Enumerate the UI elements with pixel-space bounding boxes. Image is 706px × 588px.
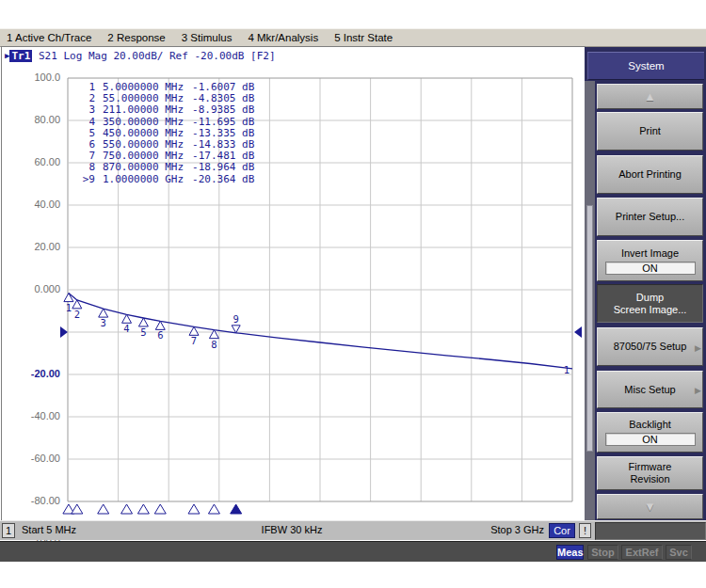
invert-image-toggle[interactable]: Invert Image ON xyxy=(597,240,703,281)
misc-setup-button[interactable]: Misc Setup ▶ xyxy=(597,371,703,408)
menu-stimulus[interactable]: 3 Stimulus xyxy=(182,32,233,43)
y-tick: 0.000 xyxy=(15,283,60,296)
svg-text:1: 1 xyxy=(66,302,72,313)
svg-text:1: 1 xyxy=(564,364,570,375)
softkey-panel: System ▲ Print Abort Printing Printer Se… xyxy=(585,47,706,520)
backlight-toggle[interactable]: Backlight ON xyxy=(597,412,703,453)
svg-text:8: 8 xyxy=(211,339,217,350)
correction-status-badge: Cor xyxy=(549,523,575,538)
scroll-down-button[interactable]: ▼ xyxy=(597,494,703,519)
measurement-screen: 1234567891 ▶Tr1 S21 Log Mag 20.00dB/ Ref… xyxy=(2,47,585,520)
svg-text:9: 9 xyxy=(233,313,239,325)
svc-status-badge: Svc xyxy=(666,545,692,560)
svg-text:4: 4 xyxy=(123,323,129,334)
stop-status-badge: Stop xyxy=(587,545,618,560)
printer-setup-button[interactable]: Printer Setup... xyxy=(597,198,703,236)
down-arrow-icon: ▼ xyxy=(644,501,656,513)
up-arrow-icon: ▲ xyxy=(644,90,656,103)
svg-text:7: 7 xyxy=(191,335,197,346)
marker-row: 4350.00000 MHz-11.695 dB xyxy=(79,117,254,128)
extref-status-badge: ExtRef xyxy=(621,545,663,560)
dump-screen-image-button[interactable]: Dump Screen Image... xyxy=(597,284,703,323)
marker-table: 15.0000000 MHz-1.6007 dB 255.000000 MHz-… xyxy=(79,82,254,185)
abort-printing-button[interactable]: Abort Printing xyxy=(597,155,703,194)
trace-name-badge: Tr1 xyxy=(9,50,32,62)
trace-status-line[interactable]: ▶Tr1 S21 Log Mag 20.00dB/ Ref -20.00dB [… xyxy=(5,50,276,62)
svg-text:3: 3 xyxy=(101,317,106,328)
channel-status-bar: 1 Start 5 MHz IFBW 30 kHz Stop 3 GHz Cor… xyxy=(0,520,706,540)
menu-mkr-analysis[interactable]: 4 Mkr/Analysis xyxy=(248,32,318,43)
trace-format-text: S21 Log Mag 20.00dB/ Ref -20.00dB [F2] xyxy=(32,50,275,62)
submenu-arrow-icon: ▶ xyxy=(695,385,701,397)
marker-row: 8870.00000 MHz-18.964 dB xyxy=(79,162,254,173)
menu-response[interactable]: 2 Response xyxy=(107,32,165,43)
menu-bar: 1 Active Ch/Trace 2 Response 3 Stimulus … xyxy=(0,28,706,47)
invert-image-state: ON xyxy=(605,262,696,275)
alert-badge: ! xyxy=(579,523,591,538)
print-button[interactable]: Print xyxy=(597,112,703,151)
menu-active-ch-trace[interactable]: 1 Active Ch/Trace xyxy=(7,32,91,43)
y-tick: 80.00 xyxy=(15,114,60,127)
marker-row: 3211.00000 MHz-8.9385 dB xyxy=(79,104,254,116)
y-tick: 20.00 xyxy=(15,241,60,254)
softkey-menu-title: System xyxy=(587,52,704,80)
y-tick: -40.00 xyxy=(15,410,60,423)
meas-status-badge: Meas xyxy=(556,545,584,560)
instrument-status-bar: Meas Stop ExtRef Svc xyxy=(0,541,706,562)
menu-instr-state[interactable]: 5 Instr State xyxy=(334,32,393,43)
ifbw-label[interactable]: IFBW 30 kHz xyxy=(217,524,367,535)
svg-text:2: 2 xyxy=(74,309,80,320)
y-tick: -80.00 xyxy=(15,495,60,508)
y-tick: -60.00 xyxy=(15,453,60,466)
svg-text:6: 6 xyxy=(157,329,163,341)
y-tick: 40.00 xyxy=(15,199,60,212)
marker-row-active: >91.0000000 GHz-20.364 dB xyxy=(79,174,254,185)
y-tick-reference-level[interactable]: -20.00 xyxy=(15,368,60,381)
stop-frequency-label[interactable]: Stop 3 GHz xyxy=(469,524,544,535)
svg-text:5: 5 xyxy=(140,326,146,338)
backlight-state: ON xyxy=(605,433,696,446)
channel-number-badge: 1 xyxy=(2,523,15,538)
y-tick: 60.00 xyxy=(15,156,60,169)
start-frequency-label[interactable]: Start 5 MHz xyxy=(22,524,76,535)
setup-87050-75-button[interactable]: 87050/75 Setup ▶ xyxy=(597,327,703,366)
submenu-arrow-icon: ▶ xyxy=(695,342,701,355)
firmware-revision-button[interactable]: Firmware Revision xyxy=(597,456,703,490)
vna-system-screen: 1 Active Ch/Trace 2 Response 3 Stimulus … xyxy=(0,0,706,588)
channel-bar-recess xyxy=(595,522,706,540)
softkey-scroll-thumb[interactable] xyxy=(586,205,593,452)
y-tick: 100.0 xyxy=(15,72,60,85)
softkey-scroll-track[interactable] xyxy=(585,81,595,520)
scroll-up-button[interactable]: ▲ xyxy=(597,84,703,109)
